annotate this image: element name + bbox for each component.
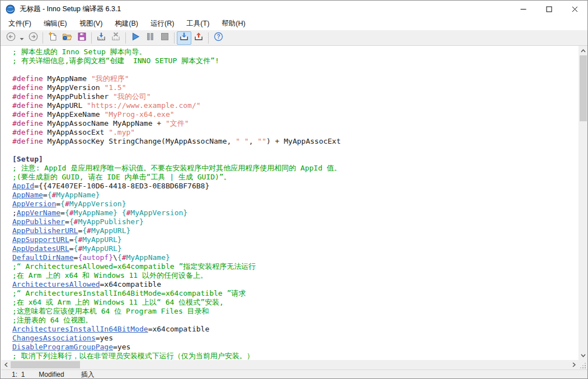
code-line: [Setup] [12,155,578,164]
open-folder-icon [62,32,72,44]
chevron-down-icon [20,33,24,43]
menu-file[interactable]: 文件(F) [2,17,37,30]
toolbar-separator [208,32,209,44]
code-line: ; 脚本生成的 Inno Setup 脚本向导。 [12,48,578,56]
code-line: AppSupportURL={#MyAppURL} [12,235,578,244]
menu-build[interactable]: 构建(B) [109,17,144,30]
script-editor: ; 脚本生成的 Inno Setup 脚本向导。; 有关详细信息,请参阅文档“创… [1,46,588,360]
caret-position: 1: 1 [12,371,25,378]
open-script-button[interactable] [60,31,74,45]
code-line: ;在 Arm 上的 x64 和 Windows 11 以外的任何设备上。 [12,271,578,280]
toolbar-separator [43,32,43,44]
code-line: AppUpdatesURL={#MyAppURL} [12,244,578,253]
code-line: ; 注意: AppId 是应用程序唯一标识值。不要在安装程序中对其他应用程序使用… [12,164,578,173]
code-line: AppName={#MyAppName} [12,191,578,200]
compile-icon [96,32,106,44]
code-line: ;注册表的 64 位视图。 [12,316,578,325]
code-line: ;“ ArchitecturesAllowed=x64compatible ”指… [12,262,578,271]
toolbar: ? [1,30,587,46]
target-uninstall-button[interactable] [191,31,206,45]
svg-text:?: ? [217,34,220,40]
code-line: ;“ ArchitecturesInstallIn64BitMode=x64co… [12,289,578,298]
scroll-up-button[interactable] [578,46,588,55]
menu-view[interactable]: 视图(V) [73,17,109,30]
window-title: 无标题 - Inno Setup 编译器 6.3.1 [20,4,121,14]
pause-button[interactable] [143,31,157,45]
code-line [12,146,578,155]
code-line [12,65,578,74]
new-script-button[interactable] [45,31,60,45]
target-setup-button[interactable] [177,31,191,45]
inno-setup-app-icon [6,4,15,14]
menu-tools[interactable]: 工具(T) [180,17,215,30]
new-file-icon [48,32,58,44]
code-line: ;(要生成新的 GUID, 请在 IDE 内单击“工具 | 生成 GUID)”。 [12,173,578,182]
code-line: DefaultDirName={autopf}\{#MyAppName} [12,253,578,262]
code-line: #define MyAppAssocExt ".myp" [12,128,578,137]
terminate-square-icon [161,32,169,43]
window-controls [510,1,587,17]
code-line: AppPublisherURL={#MyAppURL} [12,226,578,235]
save-floppy-icon [77,32,87,44]
code-line: #define MyAppAssocKey StringChange(MyApp… [12,137,578,146]
inno-setup-window: 无标题 - Inno Setup 编译器 6.3.1 文件(F) 编辑(E) 视… [0,0,588,379]
run-play-icon [131,32,140,44]
maximize-button[interactable] [536,1,562,17]
save-script-button[interactable] [74,31,89,45]
code-line: ; 有关详细信息,请参阅文档“创建 INNO SETUP 脚本文件”! [12,56,578,65]
code-line: ChangesAssociations=yes [12,334,578,343]
code-line: ;AppVerName={#MyAppName} {#MyAppVersion} [12,209,578,217]
code-line: ; 取消下列注释行，以在非管理员安装模式下运行（仅为当前用户安装。） [12,352,578,360]
insert-mode-indicator: 插入 [81,370,95,379]
minimize-button[interactable] [510,1,536,17]
vertical-scrollbar[interactable] [578,46,588,360]
stop-compile-button[interactable] [109,31,123,45]
stop-compile-icon [111,32,121,44]
toolbar-separator [125,32,126,44]
code-line: #define MyAppPublisher "我的公司" [12,92,578,101]
back-button[interactable] [3,31,18,45]
help-icon: ? [214,32,223,44]
menu-edit[interactable]: 编辑(E) [37,17,73,30]
scroll-left-button[interactable] [1,360,11,369]
title-bar: 无标题 - Inno Setup 编译器 6.3.1 [1,1,587,17]
target-uninstall-icon [194,32,204,44]
modified-indicator: Modified [39,371,64,378]
code-line: #define MyAppAssocName MyAppName + "文件" [12,119,578,128]
code-line: AppId={{47E407EF-10D6-4418-8ED3-0E8BD6BF… [12,182,578,191]
horizontal-scrollbar[interactable] [1,360,578,369]
code-line: ArchitecturesAllowed=x64compatible [12,280,578,289]
toolbar-separator [91,32,92,44]
compile-button[interactable] [94,31,109,45]
horizontal-scrollbar-row [1,360,588,369]
back-history-button[interactable] [18,31,26,45]
resize-grip-icon[interactable] [568,354,587,379]
code-line: AppPublisher={#MyAppPublisher} [12,217,578,226]
terminate-button[interactable] [157,31,172,45]
pause-icon [146,32,154,43]
forward-button[interactable] [26,31,40,45]
vertical-scroll-thumb[interactable] [580,55,587,121]
help-button[interactable]: ? [211,31,225,45]
arrow-left-circle-icon [6,32,16,44]
menu-run[interactable]: 运行(R) [144,17,180,30]
toolbar-separator [174,32,175,44]
status-bar: 1: 1 Modified 插入 [1,369,588,379]
code-line: ;这意味着它应该使用本机 64 位 Program Files 目录和 [12,307,578,316]
code-line: #define MyAppName "我的程序" [12,74,578,83]
code-line: #define MyAppExeName "MyProg-x64.exe" [12,110,578,119]
menu-bar: 文件(F) 编辑(E) 视图(V) 构建(B) 运行(R) 工具(T) 帮助(H… [1,17,587,30]
target-setup-icon [179,32,189,44]
code-line: AppVersion={#MyAppVersion} [12,200,578,209]
menu-help[interactable]: 帮助(H) [215,17,251,30]
code-line: ;在 x64 或 Arm 上的 Windows 11 上以“ 64 位模式”安装… [12,298,578,307]
close-button[interactable] [562,1,587,17]
horizontal-scroll-thumb[interactable] [11,361,80,368]
code-line: #define MyAppVersion "1.5" [12,83,578,92]
code-line: #define MyAppURL "https://www.example.co… [12,101,578,110]
arrow-right-circle-icon [29,32,38,44]
code-line: DisableProgramGroupPage=yes [12,343,578,352]
code-line: ArchitecturesInstallIn64BitMode=x64compa… [12,325,578,334]
code-area[interactable]: ; 脚本生成的 Inno Setup 脚本向导。; 有关详细信息,请参阅文档“创… [1,46,578,360]
run-button[interactable] [128,31,143,45]
